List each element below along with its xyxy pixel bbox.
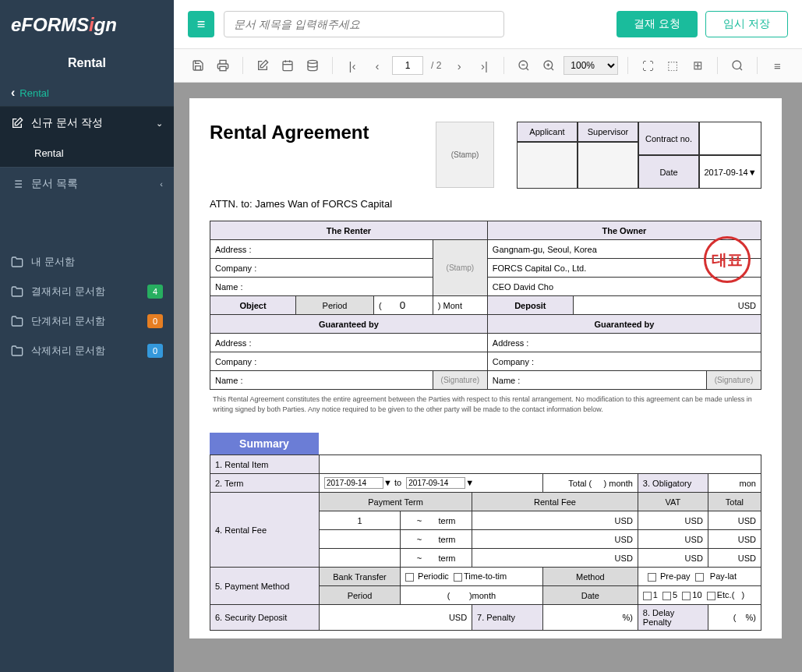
- badge: 4: [147, 285, 163, 299]
- s1: 1. Rental Item: [210, 455, 320, 474]
- print-icon[interactable]: [213, 55, 233, 76]
- s7-val[interactable]: %): [542, 605, 638, 631]
- guar-addr-r[interactable]: Address :: [487, 334, 761, 352]
- nav-new-document[interactable]: 신규 문서 작성 ⌄: [0, 106, 174, 140]
- save-draft-button[interactable]: 임시 저장: [705, 11, 788, 37]
- add-page-icon[interactable]: ⊞: [687, 55, 708, 76]
- zoom-select[interactable]: 100%: [564, 56, 618, 75]
- page-number-input[interactable]: [392, 56, 423, 75]
- next-page-icon[interactable]: ›: [449, 55, 469, 76]
- date2-label: Date: [542, 586, 638, 605]
- tot-1[interactable]: USD: [708, 511, 761, 530]
- folder-icon: [11, 315, 23, 327]
- folder-icon: [11, 256, 23, 268]
- date-opts[interactable]: 1 5 10 Etc.( ): [638, 586, 761, 605]
- checkbox[interactable]: [454, 573, 462, 582]
- checkbox[interactable]: [405, 573, 414, 582]
- more-icon[interactable]: ≡: [767, 55, 787, 76]
- vat-1[interactable]: USD: [638, 511, 708, 530]
- tot-2[interactable]: USD: [708, 530, 761, 549]
- svg-line-16: [551, 68, 553, 70]
- s3-val[interactable]: mon: [708, 474, 761, 493]
- chevron-left-icon: ‹: [160, 179, 163, 189]
- prev-page-icon[interactable]: ‹: [367, 55, 387, 76]
- breadcrumb[interactable]: ‹ Rental: [0, 80, 174, 106]
- folder-approval[interactable]: 결재처리 문서함 4: [0, 277, 174, 306]
- renter-header: The Renter: [210, 221, 488, 240]
- doc-title: Rental Agreement: [210, 122, 436, 189]
- folder-icon: [11, 285, 23, 298]
- sig-r[interactable]: (Signature): [707, 371, 761, 390]
- term-total: Total ( ) month: [542, 474, 638, 493]
- guar-co-r[interactable]: Company :: [487, 352, 761, 371]
- date-value[interactable]: 2017-09-14 ▼: [699, 155, 761, 189]
- list-icon: [11, 178, 23, 190]
- checkbox[interactable]: [707, 592, 715, 600]
- pt-from[interactable]: 1: [320, 511, 401, 530]
- term-from[interactable]: [324, 477, 383, 489]
- contract-no-value[interactable]: [699, 122, 761, 155]
- s6-val[interactable]: USD: [320, 605, 472, 631]
- guar-addr-l[interactable]: Address :: [210, 334, 488, 352]
- folder-my-docs[interactable]: 내 문서함: [0, 247, 174, 277]
- save-icon[interactable]: [188, 55, 208, 76]
- folder-deleted[interactable]: 삭제처리 문서함 0: [0, 336, 174, 366]
- vat-3[interactable]: USD: [638, 549, 708, 568]
- summary-header: Summary: [210, 433, 319, 454]
- bank-opts[interactable]: Periodic Time-to-tim: [401, 568, 543, 586]
- pt-from-2[interactable]: [320, 530, 401, 549]
- pt-to[interactable]: ~ term: [401, 511, 472, 530]
- calendar-icon[interactable]: [277, 55, 298, 76]
- guar-name-l[interactable]: Name :: [210, 371, 433, 390]
- folder-step[interactable]: 단계처리 문서함 0: [0, 306, 174, 336]
- guar-name-r[interactable]: Name :: [487, 371, 706, 390]
- checkbox[interactable]: [662, 592, 671, 600]
- guar-co-l[interactable]: Company :: [210, 352, 488, 371]
- rf-2[interactable]: USD: [472, 530, 638, 549]
- zoom-out-icon[interactable]: [514, 55, 534, 76]
- checkbox[interactable]: [643, 592, 652, 600]
- search-icon[interactable]: [727, 55, 747, 76]
- last-page-icon[interactable]: ›|: [474, 55, 494, 76]
- renter-name[interactable]: Name :: [210, 278, 433, 296]
- period-input[interactable]: [389, 299, 428, 311]
- s1-val[interactable]: [320, 455, 761, 474]
- rf-1[interactable]: USD: [472, 511, 638, 530]
- pt-to-2[interactable]: ~ term: [401, 530, 472, 549]
- fit-width-icon[interactable]: ⬚: [662, 55, 683, 76]
- document-title-input[interactable]: [224, 11, 504, 37]
- rf-3[interactable]: USD: [472, 549, 638, 568]
- nav-sub-rental[interactable]: Rental: [0, 140, 174, 167]
- menu-button[interactable]: ≡: [188, 11, 214, 37]
- period2-val[interactable]: ( )month: [401, 586, 543, 605]
- term-dates[interactable]: ▼ to ▼: [320, 474, 543, 493]
- nav-document-list[interactable]: 문서 목록 ‹: [0, 167, 174, 200]
- method-opts[interactable]: Pre-pay Pay-lat: [638, 568, 761, 586]
- edit-icon[interactable]: [253, 55, 273, 76]
- vat-2[interactable]: USD: [638, 530, 708, 549]
- term-to[interactable]: [406, 477, 465, 489]
- deposit-value[interactable]: USD: [573, 296, 761, 315]
- checkbox[interactable]: [648, 573, 656, 582]
- pt-from-3[interactable]: [320, 549, 401, 568]
- pt-to-3[interactable]: ~ term: [401, 549, 472, 568]
- s8-val[interactable]: ( %): [708, 605, 761, 631]
- approve-button[interactable]: 결재 요청: [617, 11, 698, 37]
- first-page-icon[interactable]: |‹: [342, 55, 362, 76]
- stamp-box[interactable]: (Stamp): [436, 122, 494, 188]
- checkbox[interactable]: [682, 592, 691, 600]
- sig-l[interactable]: (Signature): [433, 371, 487, 390]
- renter-address[interactable]: Address :: [210, 240, 433, 259]
- database-icon[interactable]: [302, 55, 323, 76]
- supervisor-stamp[interactable]: [578, 142, 638, 189]
- applicant-stamp[interactable]: [517, 142, 578, 189]
- renter-company[interactable]: Company :: [210, 259, 433, 278]
- date-label: Date: [638, 155, 699, 189]
- zoom-in-icon[interactable]: [539, 55, 559, 76]
- tot-3[interactable]: USD: [708, 549, 761, 568]
- checkbox[interactable]: [695, 573, 704, 582]
- folder-label: 결재처리 문서함: [31, 285, 105, 299]
- folder-label: 단계처리 문서함: [31, 314, 105, 328]
- fit-page-icon[interactable]: ⛶: [638, 55, 658, 76]
- renter-stamp[interactable]: (Stamp): [433, 240, 487, 296]
